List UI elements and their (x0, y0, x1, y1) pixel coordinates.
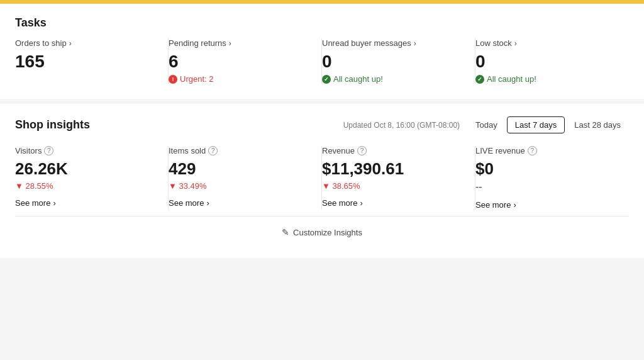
task-label-orders[interactable]: Orders to ship › (15, 38, 153, 48)
see-more-items-sold[interactable]: See more › (169, 198, 306, 208)
insight-change-visitors: ▼ 28.55% (15, 181, 153, 191)
chevron-icon-stock: › (514, 39, 517, 48)
insight-value-live-revenue: $0 (475, 159, 614, 179)
help-icon-visitors[interactable]: ? (44, 146, 53, 155)
task-status-stock: All caught up! (475, 74, 614, 84)
tasks-title: Tasks (15, 16, 629, 30)
updated-text: Updated Oct 8, 16:00 (GMT-08:00) (343, 121, 460, 130)
urgent-icon (169, 75, 177, 84)
ok-icon-messages (322, 75, 331, 84)
chevron-icon-see-more-items: › (206, 198, 209, 208)
chevron-icon-messages: › (414, 39, 416, 48)
help-icon-revenue[interactable]: ? (357, 146, 367, 155)
insight-live-revenue: LIVE revenue ? $0 -- See more › (475, 146, 629, 210)
task-pending-returns: Pending returns › 6 Urgent: 2 (169, 38, 322, 84)
date-filter: Today Last 7 days Last 28 days (467, 116, 629, 133)
insight-label-items-sold: Items sold ? (169, 146, 306, 155)
help-icon-items-sold[interactable]: ? (208, 146, 218, 155)
insight-label-revenue: Revenue ? (322, 146, 460, 155)
help-icon-live-revenue[interactable]: ? (528, 146, 537, 155)
tasks-grid: Orders to ship › 165 Pending returns › 6… (15, 38, 629, 84)
task-label-messages[interactable]: Unread buyer messages › (322, 38, 460, 48)
task-value-orders: 165 (15, 52, 153, 72)
see-more-live-revenue[interactable]: See more › (475, 200, 614, 210)
task-value-stock: 0 (475, 52, 614, 72)
task-low-stock: Low stock › 0 All caught up! (475, 38, 629, 84)
customize-section: ✎ Customize Insights (15, 216, 629, 248)
insight-label-visitors: Visitors ? (15, 146, 153, 155)
task-label-returns[interactable]: Pending returns › (169, 38, 306, 48)
insight-label-live-revenue: LIVE revenue ? (475, 146, 614, 155)
insights-meta: Updated Oct 8, 16:00 (GMT-08:00) Today L… (343, 116, 629, 133)
chevron-icon-see-more-revenue: › (360, 198, 362, 208)
task-orders-to-ship: Orders to ship › 165 (15, 38, 169, 84)
insight-value-revenue: $11,390.61 (322, 159, 460, 179)
insight-visitors: Visitors ? 26.26K ▼ 28.55% See more › (15, 146, 169, 210)
task-buyer-messages: Unread buyer messages › 0 All caught up! (322, 38, 475, 84)
insight-revenue: Revenue ? $11,390.61 ▼ 38.65% See more › (322, 146, 475, 210)
task-value-returns: 6 (169, 52, 306, 72)
filter-last-28-days[interactable]: Last 28 days (566, 116, 629, 133)
task-status-messages: All caught up! (322, 74, 460, 84)
insights-grid: Visitors ? 26.26K ▼ 28.55% See more › It… (15, 146, 629, 210)
chevron-icon-orders: › (69, 39, 72, 48)
see-more-revenue[interactable]: See more › (322, 198, 460, 208)
insight-value-items-sold: 429 (169, 159, 306, 179)
insight-value-visitors: 26.26K (15, 159, 153, 179)
ok-icon-stock (475, 75, 484, 84)
tasks-section: Tasks Orders to ship › 165 Pending retur… (0, 4, 644, 104)
insight-change-live-revenue: -- (475, 181, 614, 193)
customize-icon: ✎ (282, 227, 289, 237)
task-value-messages: 0 (322, 52, 460, 72)
insights-title: Shop insights (15, 118, 90, 132)
insights-section: Shop insights Updated Oct 8, 16:00 (GMT-… (0, 104, 644, 258)
insight-items-sold: Items sold ? 429 ▼ 33.49% See more › (169, 146, 322, 210)
filter-last-7-days[interactable]: Last 7 days (507, 116, 565, 133)
see-more-visitors[interactable]: See more › (15, 198, 153, 208)
customize-insights-link[interactable]: ✎ Customize Insights (282, 227, 362, 237)
insight-change-revenue: ▼ 38.65% (322, 181, 460, 191)
chevron-icon-returns: › (229, 39, 231, 48)
chevron-icon-see-more-visitors: › (53, 198, 55, 208)
insight-change-items-sold: ▼ 33.49% (169, 181, 306, 191)
task-status-returns: Urgent: 2 (169, 74, 306, 84)
filter-today[interactable]: Today (467, 116, 506, 133)
task-label-stock[interactable]: Low stock › (475, 38, 614, 48)
insights-header: Shop insights Updated Oct 8, 16:00 (GMT-… (15, 116, 629, 133)
chevron-icon-see-more-live: › (513, 200, 516, 210)
